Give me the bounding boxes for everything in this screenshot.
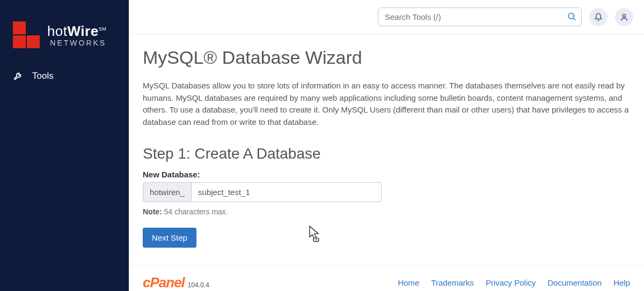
bell-icon <box>594 13 603 21</box>
sidebar-item-tools[interactable]: Tools <box>0 64 129 88</box>
footer-link-docs[interactable]: Documentation <box>547 278 602 287</box>
note: Note: 54 characters max. <box>143 207 630 216</box>
footer: cPanel 104.0.4 Home Trademarks Privacy P… <box>129 265 644 291</box>
note-label: Note: <box>143 207 162 216</box>
cpanel-logo: cPanel <box>143 274 185 291</box>
db-input-group: hotwiren_ <box>143 182 382 202</box>
footer-link-home[interactable]: Home <box>398 278 419 287</box>
sidebar-item-label: Tools <box>32 71 54 81</box>
step-title: Step 1: Create A Database <box>143 145 630 162</box>
footer-links: Home Trademarks Privacy Policy Documenta… <box>398 278 630 287</box>
svg-point-2 <box>623 14 625 17</box>
footer-link-privacy[interactable]: Privacy Policy <box>486 278 536 287</box>
db-prefix: hotwiren_ <box>143 183 192 202</box>
content: MySQL® Database Wizard MySQL Databases a… <box>129 34 644 265</box>
page-title: MySQL® Database Wizard <box>143 47 630 68</box>
notifications-button[interactable] <box>589 8 608 26</box>
brand-logo: hotWireSM NETWORKS <box>0 21 129 64</box>
brand-name-2: Wire <box>68 23 99 39</box>
search-button[interactable] <box>565 9 579 25</box>
brand-sm: SM <box>99 26 107 32</box>
topbar <box>129 0 644 34</box>
brand-name-1: hot <box>47 23 68 39</box>
intro-text: MySQL Databases allow you to store lots … <box>143 80 630 128</box>
main: MySQL® Database Wizard MySQL Databases a… <box>129 0 644 291</box>
next-step-button[interactable]: Next Step <box>143 228 196 248</box>
db-field-label: New Database: <box>143 170 630 179</box>
brand-subtitle: NETWORKS <box>47 39 106 47</box>
search-input[interactable] <box>378 8 582 26</box>
user-icon <box>620 13 628 21</box>
footer-link-trademarks[interactable]: Trademarks <box>431 278 473 287</box>
search-wrap <box>378 8 582 26</box>
svg-line-1 <box>573 18 575 19</box>
search-icon <box>567 11 576 21</box>
note-text: 54 characters max. <box>162 207 228 216</box>
sidebar: hotWireSM NETWORKS Tools <box>0 0 129 291</box>
wrench-icon <box>13 71 24 81</box>
version-text: 104.0.4 <box>188 281 209 289</box>
db-name-input[interactable] <box>192 183 381 202</box>
logo-mark <box>13 21 40 48</box>
account-button[interactable] <box>615 8 633 26</box>
footer-link-help[interactable]: Help <box>613 278 630 287</box>
